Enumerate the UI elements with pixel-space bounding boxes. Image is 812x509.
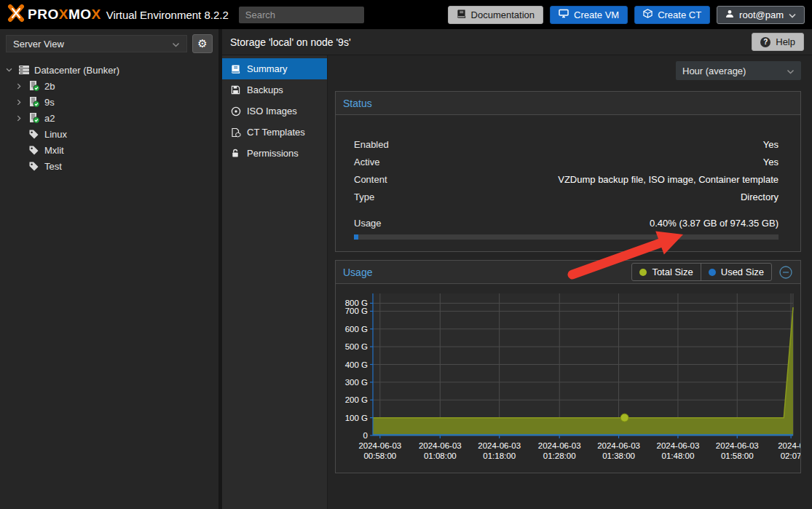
- resource-tree: Datacenter (Bunker) 2b 9s: [0, 58, 218, 174]
- used-size-dot-icon: [709, 269, 716, 276]
- book-icon: [230, 64, 241, 74]
- tree-item-datacenter[interactable]: Datacenter (Bunker): [0, 62, 218, 78]
- brand-text: PROXMOX: [28, 7, 101, 23]
- tree-item-node-a2[interactable]: a2: [0, 110, 218, 126]
- sidebar: Server View ⚙ Datacenter (Bunker): [0, 29, 218, 509]
- svg-text:2024-0: 2024-0: [778, 441, 800, 450]
- tab-summary[interactable]: Summary: [222, 58, 327, 79]
- chevron-right-icon[interactable]: [15, 83, 23, 90]
- chevron-right-icon[interactable]: [15, 115, 23, 122]
- usage-progress-fill: [354, 234, 358, 240]
- svg-text:01:18:00: 01:18:00: [483, 451, 516, 460]
- usage-chart: 800 G700 G600 G500 G400 G300 G200 G100 G…: [340, 286, 800, 468]
- tab-permissions[interactable]: Permissions: [222, 143, 327, 164]
- svg-text:300 G: 300 G: [345, 378, 368, 387]
- total-size-dot-icon: [639, 269, 647, 276]
- svg-text:0: 0: [363, 431, 368, 440]
- content-header: Storage 'local' on node '9s' ? Help: [222, 29, 812, 55]
- status-row-content: Content VZDump backup file, ISO image, C…: [354, 170, 779, 188]
- svg-text:2024-06-03: 2024-06-03: [716, 441, 759, 450]
- help-icon: ?: [760, 37, 770, 47]
- chevron-down-icon: [787, 66, 795, 76]
- tab-iso-images[interactable]: ISO Images: [222, 100, 327, 122]
- floppy-icon: [230, 85, 241, 95]
- search-input[interactable]: [239, 7, 364, 23]
- legend-used-size[interactable]: Used Size: [701, 264, 771, 280]
- status-row-enabled: Enabled Yes: [354, 135, 779, 153]
- svg-text:01:28:00: 01:28:00: [543, 451, 576, 460]
- time-range-select[interactable]: Hour (average): [676, 61, 801, 80]
- cube-icon: [643, 9, 653, 20]
- svg-text:600 G: 600 G: [345, 325, 368, 334]
- page-title: Storage 'local' on node '9s': [230, 36, 351, 48]
- content-area: Hour (average) Status Enabled Yes: [327, 55, 812, 509]
- tab-column: Summary Backups ISO Images: [222, 55, 327, 509]
- svg-text:01:38:00: 01:38:00: [602, 451, 635, 460]
- status-row-type: Type Directory: [354, 188, 779, 205]
- create-vm-button[interactable]: Create VM: [550, 6, 628, 24]
- status-row-usage: Usage 0.40% (3.87 GB of 974.35 GB): [354, 214, 779, 232]
- usage-panel: Usage Total Size Used Size: [335, 260, 801, 473]
- svg-text:2024-06-03: 2024-06-03: [656, 441, 699, 450]
- tree-item-tag-linux[interactable]: Linux: [0, 126, 218, 142]
- status-row-active: Active Yes: [354, 153, 779, 170]
- datacenter-icon: [17, 64, 30, 76]
- unlock-icon: [230, 149, 241, 158]
- chart-legend: Total Size Used Size: [631, 263, 772, 281]
- tag-icon: [28, 160, 40, 173]
- tree-item-tag-test[interactable]: Test: [0, 158, 218, 174]
- chevron-right-icon[interactable]: [15, 99, 23, 106]
- user-icon: [725, 9, 734, 20]
- book-icon: [457, 9, 466, 20]
- view-selector[interactable]: Server View: [6, 35, 187, 52]
- tree-item-node-2b[interactable]: 2b: [0, 78, 218, 94]
- svg-text:01:48:00: 01:48:00: [662, 451, 695, 460]
- svg-text:200 G: 200 G: [345, 395, 368, 404]
- node-icon: [28, 112, 40, 125]
- legend-total-size[interactable]: Total Size: [632, 264, 700, 280]
- tree-item-node-9s[interactable]: 9s: [0, 94, 218, 110]
- tab-ct-templates[interactable]: CT Templates: [222, 122, 327, 143]
- svg-text:700 G: 700 G: [345, 307, 368, 315]
- gear-icon[interactable]: ⚙: [192, 34, 213, 53]
- svg-text:100 G: 100 G: [345, 414, 368, 422]
- svg-text:2024-06-03: 2024-06-03: [358, 441, 401, 450]
- node-icon: [28, 96, 40, 108]
- svg-text:01:58:00: 01:58:00: [721, 451, 754, 460]
- usage-progress-bar: [354, 234, 779, 240]
- template-icon: [230, 127, 241, 138]
- tag-icon: [28, 128, 40, 141]
- monitor-icon: [559, 9, 569, 20]
- svg-text:400 G: 400 G: [345, 360, 368, 369]
- svg-text:500 G: 500 G: [345, 342, 368, 351]
- user-menu-button[interactable]: root@pam: [717, 6, 805, 24]
- svg-text:01:08:00: 01:08:00: [424, 451, 457, 460]
- tag-icon: [28, 144, 40, 157]
- svg-text:2024-06-03: 2024-06-03: [419, 441, 462, 450]
- collapse-panel-icon[interactable]: [779, 265, 793, 280]
- top-bar: PROXMOX Virtual Environment 8.2.2 Docume…: [0, 0, 812, 29]
- node-icon: [28, 80, 40, 92]
- svg-text:2024-06-03: 2024-06-03: [597, 441, 640, 450]
- disc-icon: [230, 106, 241, 117]
- help-button[interactable]: ? Help: [752, 33, 804, 51]
- proxmox-logo-icon: [7, 4, 25, 25]
- status-panel: Status Enabled Yes Active Yes Content: [335, 91, 801, 252]
- chevron-down-icon: [172, 39, 180, 50]
- chevron-down-icon[interactable]: [4, 68, 13, 72]
- version-text: Virtual Environment 8.2.2: [106, 9, 229, 21]
- usage-panel-header: Usage Total Size Used Size: [336, 261, 800, 284]
- create-ct-button[interactable]: Create CT: [634, 6, 710, 24]
- tree-item-tag-mxlit[interactable]: Mxlit: [0, 142, 218, 158]
- tab-backups[interactable]: Backups: [222, 79, 327, 100]
- status-panel-header: Status: [336, 92, 800, 115]
- svg-text:02:07: 02:07: [781, 451, 800, 460]
- svg-text:2024-06-03: 2024-06-03: [478, 441, 521, 450]
- svg-text:2024-06-03: 2024-06-03: [538, 441, 581, 450]
- documentation-button[interactable]: Documentation: [448, 6, 543, 24]
- svg-text:00:58:00: 00:58:00: [363, 451, 396, 460]
- chevron-down-icon: [789, 9, 796, 20]
